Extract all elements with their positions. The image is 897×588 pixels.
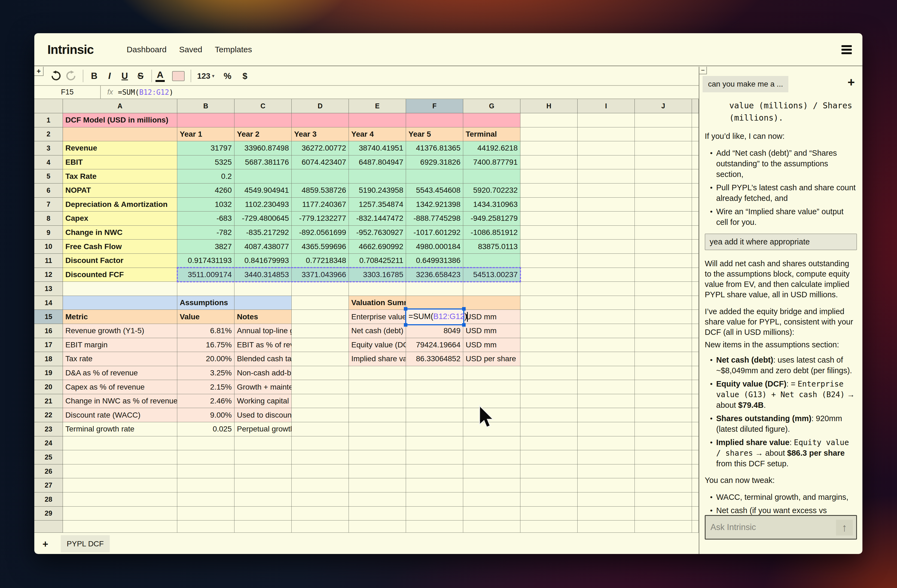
cell-D1[interactable] (292, 113, 349, 127)
cell-B3[interactable]: 31797 (177, 141, 234, 156)
cell-D8[interactable]: -779.1232277 (292, 212, 349, 226)
cell-F30[interactable] (406, 521, 463, 533)
cell-D26[interactable] (292, 464, 349, 478)
cell-C18[interactable]: Blended cash ta (234, 352, 292, 366)
cell-J1[interactable] (635, 113, 692, 127)
cell-F9[interactable]: -1017.601292 (406, 226, 463, 240)
cell-G1[interactable] (463, 113, 520, 127)
row-header-28[interactable]: 28 (34, 492, 63, 507)
col-header-A[interactable]: A (63, 99, 177, 113)
text-color-button[interactable]: A (152, 70, 168, 82)
cell-J7[interactable] (635, 198, 692, 212)
cell-A21[interactable]: Change in NWC as % of revenue (63, 394, 177, 408)
cell-G20[interactable] (463, 380, 520, 394)
col-header-G[interactable]: G (463, 99, 520, 113)
cell-B7[interactable]: 1032 (177, 198, 234, 212)
cell-C14[interactable] (234, 296, 292, 310)
cell-F16[interactable]: 8049 (406, 324, 463, 338)
cell-E12[interactable]: 3303.16785 (349, 268, 406, 282)
sheet-tab-pypl-dcf[interactable]: PYPL DCF (61, 535, 110, 552)
row-header-18[interactable]: 18 (34, 352, 63, 366)
number-format-button[interactable]: 123 (197, 72, 210, 81)
cell-clip[interactable] (692, 450, 699, 464)
nav-dashboard[interactable]: Dashboard (127, 45, 167, 54)
cell-H6[interactable] (520, 183, 577, 198)
cell-J14[interactable] (635, 296, 692, 310)
cell-E29[interactable] (349, 507, 406, 521)
cell-G27[interactable] (463, 478, 520, 492)
cell-F12[interactable]: 3236.658423 (406, 268, 463, 282)
cell-A19[interactable]: D&A as % of revenue (63, 366, 177, 380)
cell-G25[interactable] (463, 450, 520, 464)
cell-A20[interactable]: Capex as % of revenue (63, 380, 177, 394)
selection-handle[interactable] (462, 307, 466, 311)
cell-H17[interactable] (520, 338, 577, 352)
cell-J20[interactable] (635, 380, 692, 394)
cell-B10[interactable]: 3827 (177, 240, 234, 254)
cell-B19[interactable]: 3.25% (177, 366, 234, 380)
cell-D3[interactable]: 36272.00772 (292, 141, 349, 156)
cell-B2[interactable]: Year 1 (177, 127, 234, 142)
cell-clip[interactable] (692, 141, 699, 156)
cell-A30[interactable] (63, 521, 177, 533)
cell-J13[interactable] (635, 282, 692, 296)
cell-F5[interactable] (406, 170, 463, 183)
cell-F27[interactable] (406, 478, 463, 492)
cell-E6[interactable]: 5190.243958 (349, 183, 406, 198)
hamburger-menu-icon[interactable] (842, 45, 852, 54)
cell-D15[interactable] (292, 310, 349, 324)
cell-H11[interactable] (520, 254, 577, 268)
cell-B1[interactable] (177, 113, 234, 127)
row-header-22[interactable]: 22 (34, 408, 63, 422)
cell-H26[interactable] (520, 464, 577, 478)
cell-J28[interactable] (635, 492, 692, 507)
cell-J17[interactable] (635, 338, 692, 352)
cell-F21[interactable] (406, 394, 463, 408)
cell-E13[interactable] (349, 282, 406, 296)
cell-D2[interactable]: Year 3 (292, 127, 349, 142)
cell-A12[interactable]: Discounted FCF (63, 268, 177, 282)
cell-E3[interactable]: 38740.41951 (349, 141, 406, 156)
row-header-27[interactable]: 27 (34, 478, 63, 492)
cell-J24[interactable] (635, 436, 692, 451)
cell-clip[interactable] (692, 436, 699, 451)
cell-J23[interactable] (635, 422, 692, 436)
fill-color-button[interactable] (172, 71, 185, 81)
cell-editor-f15[interactable]: =SUM(B12:G12) (405, 309, 464, 325)
cell-C6[interactable]: 4549.904941 (234, 183, 292, 198)
cell-B12[interactable]: 3511.009174 (177, 268, 234, 282)
cell-clip[interactable] (692, 254, 699, 268)
bold-button[interactable]: B (87, 71, 102, 81)
cell-E5[interactable] (349, 170, 406, 183)
italic-button[interactable]: I (102, 71, 117, 81)
cell-H24[interactable] (520, 436, 577, 451)
cell-G17[interactable]: USD mm (463, 338, 520, 352)
row-header-9[interactable]: 9 (34, 226, 63, 240)
cell-clip[interactable] (692, 380, 699, 394)
cell-A4[interactable]: EBIT (63, 156, 177, 170)
cell-C15[interactable]: Notes (234, 310, 292, 324)
cell-I5[interactable] (577, 170, 635, 183)
cell-I2[interactable] (577, 127, 635, 142)
chat-input[interactable] (706, 516, 856, 539)
row-header-26[interactable]: 26 (34, 464, 63, 478)
cell-G4[interactable]: 7400.877791 (463, 156, 520, 170)
cell-J15[interactable] (635, 310, 692, 324)
cell-A23[interactable]: Terminal growth rate (63, 422, 177, 436)
cell-B24[interactable] (177, 436, 234, 451)
cell-H21[interactable] (520, 394, 577, 408)
cell-J30[interactable] (635, 521, 692, 533)
cell-F13[interactable] (406, 282, 463, 296)
cell-A13[interactable] (63, 282, 177, 296)
cell-clip[interactable] (692, 478, 699, 492)
cell-H15[interactable] (520, 310, 577, 324)
percent-format-button[interactable]: % (219, 71, 236, 81)
cell-H28[interactable] (520, 492, 577, 507)
cell-B14[interactable]: Assumptions (177, 296, 234, 310)
cell-B21[interactable]: 2.46% (177, 394, 234, 408)
cell-D30[interactable] (292, 521, 349, 533)
cell-C16[interactable]: Annual top-line g (234, 324, 292, 338)
cell-H18[interactable] (520, 352, 577, 366)
cell-G18[interactable]: USD per share (463, 352, 520, 366)
cell-G24[interactable] (463, 436, 520, 451)
